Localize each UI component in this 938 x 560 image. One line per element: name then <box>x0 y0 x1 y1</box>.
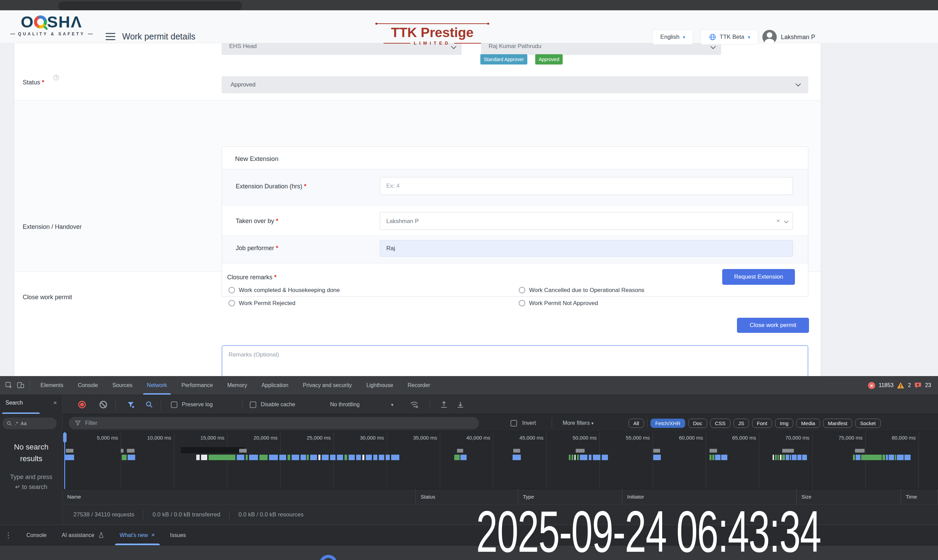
search-network-icon[interactable] <box>146 395 153 414</box>
waterfall-bar <box>572 455 573 460</box>
tab-lighthouse[interactable]: Lighthouse <box>359 376 400 395</box>
radio-permit-not-approved[interactable] <box>519 300 525 306</box>
chip-img[interactable]: Img <box>775 418 793 428</box>
search-pane-tab[interactable]: Search <box>6 400 23 406</box>
radio-work-completed[interactable] <box>229 287 235 293</box>
waterfall-bar <box>391 455 399 460</box>
warning-count[interactable]: 2 <box>908 382 911 388</box>
waterfall-bar <box>457 449 463 452</box>
column-header-time[interactable]: Time <box>901 489 938 505</box>
menu-icon[interactable] <box>106 33 115 40</box>
waterfall-bar <box>577 455 579 460</box>
column-header-name[interactable]: Name <box>62 489 416 505</box>
status-select[interactable]: Approved <box>221 76 808 93</box>
drawer-tab-console[interactable]: Console <box>19 525 54 545</box>
chip-doc[interactable]: Doc <box>688 418 707 428</box>
issue-count[interactable]: 23 <box>925 382 931 388</box>
browser-tab[interactable] <box>58 2 242 10</box>
search-icon <box>6 421 12 426</box>
waterfall-bar <box>122 455 127 460</box>
clear-network-log-button[interactable] <box>100 395 107 414</box>
chip-fetch-xhr[interactable]: Fetch/XHR <box>650 418 685 428</box>
chip-font[interactable]: Font <box>752 418 772 428</box>
waterfall-bar <box>127 449 134 452</box>
timeline-tick-label: 40,000 ms <box>438 435 490 441</box>
approver-select-right[interactable]: Raj Kumar Pathrudu <box>481 43 721 55</box>
error-count[interactable]: 11853 <box>879 382 893 388</box>
tab-performance[interactable]: Performance <box>174 376 220 395</box>
tab-memory[interactable]: Memory <box>220 376 254 395</box>
chevron-down-icon <box>784 219 789 223</box>
tab-sources[interactable]: Sources <box>105 376 140 395</box>
request-extension-button[interactable]: Request Extension <box>722 269 795 285</box>
waterfall-bar <box>386 455 390 460</box>
waterfall-bar <box>249 455 258 460</box>
tab-console[interactable]: Console <box>71 376 105 395</box>
more-tools-icon[interactable]: ⋮ <box>5 531 12 539</box>
throttling-select[interactable]: No throttling <box>330 395 360 414</box>
filter-toggle-icon[interactable] <box>127 395 134 414</box>
invert-checkbox[interactable] <box>511 414 517 433</box>
extension-duration-label: Extension Duration (hrs) <box>236 183 306 190</box>
timeline-tick-label: 75,000 ms <box>810 435 863 441</box>
import-har-icon[interactable] <box>440 395 448 414</box>
extension-duration-input[interactable] <box>380 177 793 195</box>
tab-network[interactable]: Network <box>140 376 174 395</box>
radio-work-cancelled[interactable] <box>519 287 525 293</box>
tab-privacy-security[interactable]: Privacy and security <box>295 376 359 395</box>
chip-manifest[interactable]: Manifest <box>823 418 852 428</box>
search-pane-input[interactable]: .* Aa <box>2 418 57 429</box>
waterfall-bar <box>66 449 74 452</box>
export-har-icon[interactable] <box>456 395 464 414</box>
request-type-chips: All Fetch/XHR Doc CSS JS Font Img Media … <box>629 417 938 429</box>
waterfall-bar <box>576 449 584 452</box>
extension-section: Extension / Handover New Extension Exten… <box>14 100 821 272</box>
tab-elements[interactable]: Elements <box>33 376 71 395</box>
environment-selector[interactable]: TTK Beta ▾ <box>701 29 758 45</box>
tab-application[interactable]: Application <box>254 376 295 395</box>
drawer-tab-ai-assistance[interactable]: AI assistance <box>54 525 112 545</box>
regex-toggle[interactable]: .* <box>15 421 18 426</box>
work-permit-form: EHS Head Raj Kumar Pathrudu Standard App… <box>0 43 938 376</box>
close-icon[interactable]: × <box>151 525 155 545</box>
close-work-permit-button[interactable]: Close work permit <box>737 318 809 333</box>
extension-section-label: Extension / Handover <box>23 223 81 231</box>
network-conditions-icon[interactable] <box>410 395 418 414</box>
chip-socket[interactable]: Socket <box>855 418 881 428</box>
waterfall-bar <box>895 455 896 460</box>
timeline-tick-label: 65,000 ms <box>704 435 756 441</box>
waterfall-bar <box>337 455 343 460</box>
clear-icon[interactable]: × <box>777 212 780 230</box>
language-selector[interactable]: English ▾ <box>652 29 693 45</box>
inspect-icon[interactable] <box>5 381 13 389</box>
network-overview-timeline[interactable]: 5,000 ms10,000 ms15,000 ms20,000 ms25,00… <box>62 432 938 489</box>
info-icon[interactable]: ? <box>54 75 59 80</box>
chip-media[interactable]: Media <box>796 418 820 428</box>
close-icon[interactable]: × <box>53 399 57 407</box>
warning-icon[interactable] <box>897 382 904 389</box>
waterfall-bar <box>853 455 855 460</box>
disable-cache-checkbox[interactable] <box>250 395 256 414</box>
drawer-tab-whats-new[interactable]: What's new × <box>112 525 163 545</box>
issues-icon[interactable] <box>914 382 921 389</box>
job-performer-input[interactable] <box>380 240 793 257</box>
tab-recorder[interactable]: Recorder <box>400 376 437 395</box>
chip-js[interactable]: JS <box>733 418 749 428</box>
match-case-toggle[interactable]: Aa <box>21 421 26 426</box>
error-icon[interactable]: × <box>868 382 875 389</box>
waterfall-bar <box>454 455 460 460</box>
chip-all[interactable]: All <box>629 418 644 428</box>
more-filters-button[interactable]: More filters ▾ <box>563 414 594 433</box>
user-menu[interactable]: Lakshman P <box>762 29 815 45</box>
record-network-log-button[interactable] <box>78 395 86 414</box>
chip-css[interactable]: CSS <box>710 418 730 428</box>
network-filter-input[interactable]: Filter <box>69 417 479 429</box>
device-toolbar-icon[interactable] <box>17 381 25 389</box>
chevron-down-icon <box>796 82 801 87</box>
loading-spinner <box>320 555 337 560</box>
preserve-log-checkbox[interactable] <box>171 395 177 414</box>
radio-permit-rejected[interactable] <box>229 300 235 306</box>
taken-over-select[interactable]: Lakshman P × <box>380 212 793 230</box>
remarks-textarea[interactable] <box>221 345 808 376</box>
drawer-tab-issues[interactable]: Issues <box>163 525 194 545</box>
